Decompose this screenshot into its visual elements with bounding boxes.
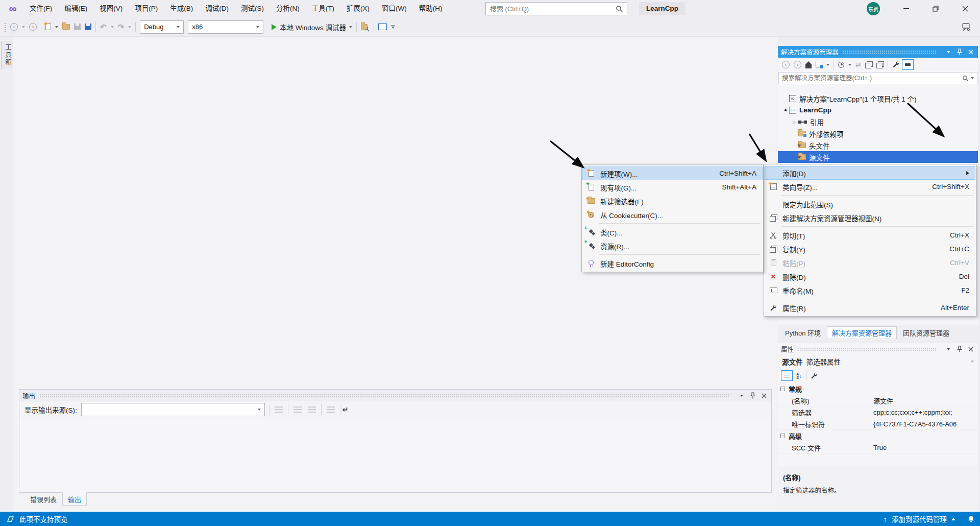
menu-edit[interactable]: 编辑(E) [58,0,93,17]
menu-test[interactable]: 测试(S) [235,0,270,17]
menu-item-resource[interactable]: + 资源(R)... [582,239,763,253]
new-project-dropdown[interactable] [54,20,60,34]
solution-configuration-combobox[interactable]: Debug [140,20,184,34]
panel-drag-texture[interactable] [39,394,730,397]
menu-item-properties[interactable]: 属性(R) Alt+Enter [765,301,975,315]
output-source-combobox[interactable] [81,403,265,416]
menu-build[interactable]: 生成(B) [164,0,199,17]
tree-item-source-files[interactable]: 源文件 [778,151,978,163]
tree-item-project-learncpp[interactable]: ▼ ++ LearnCpp [778,104,978,116]
tab-solution-explorer[interactable]: 解决方案资源管理器 [827,326,897,339]
close-icon[interactable] [966,47,975,56]
categorized-view-button[interactable] [781,370,793,381]
properties-wrench-button[interactable] [891,58,901,71]
tab-python-environments[interactable]: Python 环境 [780,326,826,339]
properties-object-combobox[interactable]: 源文件 筛选器属性 [778,355,978,368]
redo-button[interactable]: ↷ [116,20,126,34]
property-row[interactable]: SCC 文件 True [778,442,978,453]
tree-item-external-dependencies[interactable]: 外部依赖项 [778,128,978,139]
property-row[interactable]: 唯一标识符 {4FC737F1-C7A5-4376-A06 [778,418,978,430]
start-debugging-button[interactable]: 本地 Windows 调试器 [266,20,354,34]
user-avatar[interactable]: 东费 [867,2,880,15]
toolbar-overflow-button[interactable] [389,20,397,34]
collapse-icon[interactable]: − [780,387,785,391]
pending-changes-filter-button[interactable] [837,58,846,71]
sync-with-active-document-button[interactable]: ⇄ [854,58,863,71]
menu-item-scope-to-this[interactable]: 限定为此范围(S) [765,197,975,211]
minimize-button[interactable] [894,0,918,17]
new-project-button[interactable] [44,20,53,34]
switch-views-button[interactable] [814,58,824,71]
menu-item-new-item[interactable]: 新建项(W)... Ctrl+Shift+A [582,166,763,180]
menu-item-new-filter[interactable]: 新建筛选器(F) [582,194,763,208]
navigate-back-dropdown[interactable] [20,20,27,34]
forward-button[interactable]: › [792,58,803,71]
menu-item-rename[interactable]: 重命名(M) F2 [765,283,975,297]
home-button[interactable] [804,58,813,71]
pending-changes-filter-dropdown[interactable] [847,58,853,71]
send-feedback-icon[interactable] [961,20,972,34]
collapse-icon[interactable]: − [780,434,785,438]
menu-item-existing-item[interactable]: + 现有项(G)... Shift+Alt+A [582,180,763,194]
expander-expanded-icon[interactable]: ▼ [782,108,789,113]
panel-drag-texture[interactable] [798,347,937,351]
pin-icon[interactable] [955,47,964,56]
menu-tools[interactable]: 工具(T) [306,0,340,17]
solution-explorer-search-box[interactable] [778,72,977,84]
previous-message-icon[interactable] [293,407,302,413]
menu-item-new-solution-explorer-view[interactable]: 新建解决方案资源管理器视图(N) [765,211,975,225]
tree-item-header-files[interactable]: 头文件 [778,139,978,151]
menu-help[interactable]: 帮助(H) [413,0,449,17]
redo-dropdown[interactable] [127,20,133,34]
close-button[interactable] [953,0,977,17]
find-in-files-button[interactable] [359,20,371,34]
menu-item-cut[interactable]: 剪切(T) Ctrl+X [765,228,975,242]
solution-platform-combobox[interactable]: x86 [188,20,263,34]
menu-item-new-editorconfig[interactable]: 新建 EditorConfig [582,256,763,270]
window-position-icon[interactable] [944,345,952,353]
show-all-files-button[interactable] [875,58,885,71]
tree-item-references[interactable]: ▷ 引用 [778,116,978,128]
property-row[interactable]: 筛选器 cpp;c;cc;cxx;c++;cppm;ixx; [778,407,978,418]
menu-item-copy[interactable]: 复制(Y) Ctrl+C [765,242,975,256]
preview-selected-items-toggle[interactable] [902,59,914,70]
menu-item-from-cookiecutter[interactable]: 从 Cookiecutter(C)... [582,208,763,222]
output-content[interactable] [19,419,771,492]
output-panel-header[interactable]: 输出 [19,390,771,401]
pin-icon[interactable] [748,391,757,400]
restore-button[interactable] [924,0,947,17]
navigate-back-button[interactable]: ‹ [9,20,19,34]
add-to-source-control-button[interactable]: 添加到源代码管理 [892,514,947,524]
window-position-icon[interactable] [737,391,746,400]
find-message-icon[interactable] [275,407,283,413]
tab-team-explorer[interactable]: 团队资源管理器 [898,326,954,339]
panel-drag-texture[interactable] [843,50,937,54]
tab-error-list[interactable]: 错误列表 [24,492,62,506]
back-button[interactable]: ‹ [780,58,791,71]
save-all-button[interactable] [83,20,93,34]
menu-item-class-wizard[interactable]: 类向导(Z)... Ctrl+Shift+X [765,180,975,194]
tab-output[interactable]: 输出 [62,492,87,506]
menu-extensions[interactable]: 扩展(X) [340,0,376,17]
menu-analyze[interactable]: 分析(N) [270,0,306,17]
expand-caret-icon[interactable] [951,518,955,520]
menu-project[interactable]: 项目(P) [129,0,164,17]
save-button[interactable] [72,20,82,34]
category-advanced[interactable]: − 高级 [778,430,978,442]
undo-dropdown[interactable] [109,20,115,34]
properties-header[interactable]: 属性 [778,343,978,355]
close-icon[interactable] [760,391,768,400]
toolbox-tab[interactable]: 工具箱 [1,41,14,69]
bell-icon[interactable] [967,515,975,523]
tree-item-solution[interactable]: ∞ 解决方案"LearnCpp"(1 个项目/共 1 个) [778,92,978,104]
search-options-dropdown[interactable] [971,77,974,79]
quick-search-input[interactable] [490,5,616,13]
menu-view[interactable]: 视图(V) [93,0,129,17]
quick-search-box[interactable] [485,2,627,15]
open-file-button[interactable] [61,20,71,34]
menu-item-class[interactable]: + 类(C)... [582,225,763,239]
menu-item-delete[interactable]: × 删除(D) Del [765,270,975,283]
expander-collapsed-icon[interactable]: ▷ [791,119,798,125]
pin-icon[interactable] [955,345,964,353]
property-row[interactable]: (名称) 源文件 [778,395,978,407]
